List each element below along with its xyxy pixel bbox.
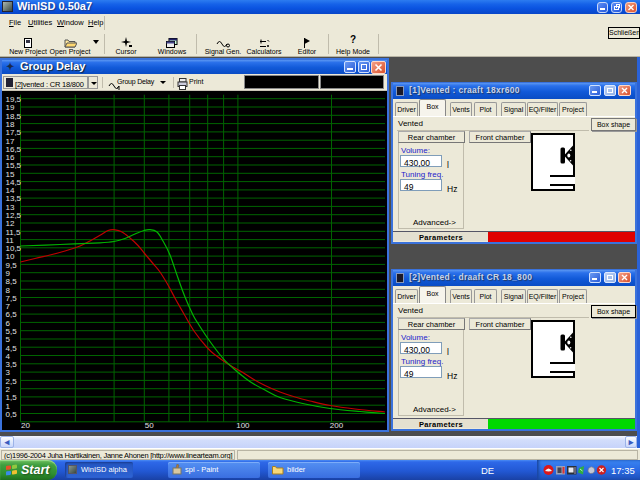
svg-text:7,5: 7,5 xyxy=(6,294,18,303)
svg-text:6: 6 xyxy=(6,319,11,328)
svg-text:1: 1 xyxy=(6,402,11,411)
svg-text:8: 8 xyxy=(6,286,11,295)
svg-text:3: 3 xyxy=(6,368,11,377)
svg-text:1,5: 1,5 xyxy=(6,393,18,402)
svg-text:19,5: 19,5 xyxy=(6,95,22,104)
svg-text:100: 100 xyxy=(236,421,250,429)
svg-text:11: 11 xyxy=(6,236,15,245)
svg-text:16: 16 xyxy=(6,153,15,162)
svg-text:14: 14 xyxy=(6,186,15,195)
svg-text:13,5: 13,5 xyxy=(6,194,22,203)
svg-text:15: 15 xyxy=(6,170,15,179)
svg-text:4: 4 xyxy=(6,352,11,361)
svg-text:12: 12 xyxy=(6,219,15,228)
svg-text:8,5: 8,5 xyxy=(6,277,18,286)
svg-text:5,5: 5,5 xyxy=(6,327,18,336)
svg-text:15,5: 15,5 xyxy=(6,161,22,170)
svg-text:14,5: 14,5 xyxy=(6,178,22,187)
svg-text:9,5: 9,5 xyxy=(6,261,18,270)
svg-text:20: 20 xyxy=(21,421,30,429)
svg-text:10,5: 10,5 xyxy=(6,244,22,253)
svg-text:2: 2 xyxy=(6,385,11,394)
svg-text:17,5: 17,5 xyxy=(6,128,22,137)
svg-text:0,5: 0,5 xyxy=(6,410,18,419)
svg-text:12,5: 12,5 xyxy=(6,211,22,220)
svg-text:7: 7 xyxy=(6,302,11,311)
svg-text:3,5: 3,5 xyxy=(6,360,18,369)
svg-text:2,5: 2,5 xyxy=(6,377,18,386)
svg-text:50: 50 xyxy=(145,421,154,429)
svg-text:9: 9 xyxy=(6,269,11,278)
svg-text:19: 19 xyxy=(6,103,15,112)
svg-text:16,5: 16,5 xyxy=(6,145,22,154)
svg-text:11,5: 11,5 xyxy=(6,228,22,237)
svg-text:18: 18 xyxy=(6,120,15,129)
svg-text:18,5: 18,5 xyxy=(6,112,22,121)
svg-text:4,5: 4,5 xyxy=(6,344,18,353)
svg-text:200: 200 xyxy=(330,421,344,429)
svg-text:6,5: 6,5 xyxy=(6,310,18,319)
svg-text:13: 13 xyxy=(6,203,15,212)
svg-text:10: 10 xyxy=(6,252,15,261)
svg-text:5: 5 xyxy=(6,335,11,344)
svg-text:17: 17 xyxy=(6,137,15,146)
